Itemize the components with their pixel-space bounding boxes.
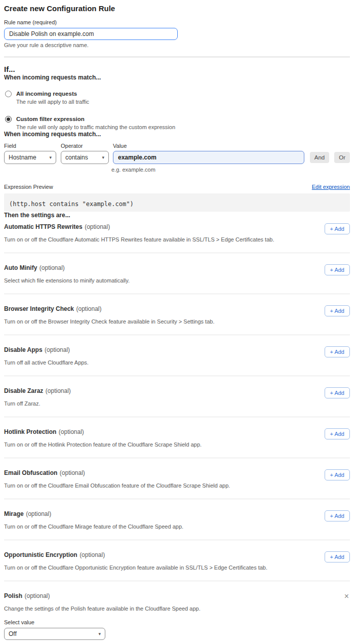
setting-description: Turn on or off the Hotlink Protection fe…	[4, 441, 202, 448]
setting-row: Email Obfuscation (optional) Turn on or …	[4, 458, 350, 499]
setting-text: Hotlink Protection (optional) Turn on or…	[4, 427, 202, 448]
setting-title: Polish	[4, 592, 22, 599]
setting-title: Automatic HTTPS Rewrites	[4, 223, 83, 230]
polish-select-value: Off	[9, 630, 17, 637]
add-button[interactable]: + Add	[325, 387, 350, 398]
setting-description: Select which file extensions to minify a…	[4, 277, 130, 284]
setting-text: Polish (optional) Change the settings of…	[4, 591, 201, 640]
operator-select-value: contains	[65, 154, 88, 161]
radio-unselected-icon[interactable]	[5, 91, 12, 97]
chevron-down-icon: ▾	[102, 155, 104, 160]
setting-title: Browser Integrity Check	[4, 305, 74, 312]
operator-select[interactable]: contains ▾	[61, 151, 109, 164]
add-button[interactable]: + Add	[325, 346, 350, 357]
setting-row: Auto Minify (optional) Select which file…	[4, 253, 350, 294]
setting-title: Disable Apps	[4, 346, 43, 353]
value-label: Value	[113, 143, 304, 149]
radio-selected-icon[interactable]	[5, 116, 12, 123]
radio-option-label: Custom filter expression	[16, 115, 175, 123]
radio-option-custom-filter-expression[interactable]: Custom filter expression The rule will o…	[4, 115, 350, 131]
add-button[interactable]: + Add	[325, 264, 350, 275]
setting-description: Turn on or off the Browser Integrity Che…	[4, 318, 214, 325]
setting-row: Disable Apps (optional) Turn off all act…	[4, 335, 350, 376]
close-icon[interactable]: ×	[343, 592, 350, 600]
value-help: e.g. example.com	[111, 167, 350, 173]
setting-text: Disable Zaraz (optional) Turn off Zaraz.	[4, 386, 71, 407]
add-button[interactable]: + Add	[325, 469, 350, 480]
setting-row-polish: Polish (optional) Change the settings of…	[4, 581, 350, 640]
chevron-down-icon: ▾	[98, 631, 101, 636]
rule-name-label: Rule name (required)	[4, 19, 350, 26]
add-button[interactable]: + Add	[325, 510, 350, 521]
setting-text: Auto Minify (optional) Select which file…	[4, 263, 130, 284]
radio-option-label: All incoming requests	[16, 90, 89, 97]
field-label: Field	[4, 143, 56, 149]
setting-row: Mirage (optional) Turn on or off the Clo…	[4, 499, 350, 540]
page-title: Create new Configuration Rule	[4, 4, 350, 13]
radio-option-description: The rule will apply to all traffic	[16, 98, 89, 105]
filter-builder-row: Field Hostname ▾ Operator contains ▾ Val…	[4, 143, 350, 164]
radio-option-text: All incoming requests The rule will appl…	[16, 90, 89, 105]
or-button[interactable]: Or	[334, 152, 350, 163]
setting-text: Opportunistic Encryption (optional) Turn…	[4, 550, 267, 571]
setting-row: Browser Integrity Check (optional) Turn …	[4, 294, 350, 335]
expression-preview-header: Expression Preview Edit expression	[4, 184, 350, 190]
setting-optional-tag: (optional)	[24, 592, 50, 599]
setting-description: Turn on or off the Cloudflare Automatic …	[4, 236, 274, 243]
expression-preview-box: (http.host contains "example.com")	[4, 193, 350, 212]
setting-optional-tag: (optional)	[60, 469, 85, 476]
polish-select-label: Select value	[4, 619, 201, 626]
operator-label: Operator	[61, 143, 109, 149]
setting-row: Hotlink Protection (optional) Turn on or…	[4, 417, 350, 458]
setting-text: Email Obfuscation (optional) Turn on or …	[4, 468, 230, 489]
settings-heading: Then the settings are...	[4, 212, 350, 219]
radio-option-description: The rule will only apply to traffic matc…	[16, 124, 175, 131]
setting-description: Turn off Zaraz.	[4, 400, 71, 407]
and-button[interactable]: And	[310, 152, 329, 163]
expression-preview-label: Expression Preview	[4, 184, 53, 190]
conjunction-buttons: And Or	[310, 143, 350, 163]
setting-row: Disable Zaraz (optional) Turn off Zaraz.…	[4, 376, 350, 417]
setting-text: Mirage (optional) Turn on or off the Clo…	[4, 509, 183, 530]
edit-expression-link[interactable]: Edit expression	[312, 184, 350, 190]
setting-optional-tag: (optional)	[45, 346, 70, 353]
if-subheading: When incoming requests match...	[4, 74, 350, 82]
rule-name-input[interactable]	[4, 28, 178, 40]
setting-description: Turn off all active Cloudflare Apps.	[4, 359, 89, 366]
settings-list: Automatic HTTPS Rewrites (optional) Turn…	[4, 219, 350, 581]
setting-title: Email Obfuscation	[4, 469, 57, 476]
setting-optional-tag: (optional)	[59, 428, 84, 435]
setting-description: Turn on or off the Cloudflare Email Obfu…	[4, 482, 230, 489]
add-button[interactable]: + Add	[325, 428, 350, 439]
rule-name-help: Give your rule a descriptive name.	[4, 42, 350, 49]
create-configuration-rule-form: Create new Configuration Rule Rule name …	[0, 0, 357, 644]
setting-title: Hotlink Protection	[4, 428, 56, 435]
if-heading: If...	[4, 65, 350, 74]
filter-builder-heading: When incoming requests match...	[4, 131, 350, 138]
add-button[interactable]: + Add	[325, 223, 350, 234]
setting-title: Mirage	[4, 510, 24, 517]
add-button[interactable]: + Add	[325, 305, 350, 316]
expression-code: (http.host contains "example.com")	[9, 200, 134, 208]
setting-optional-tag: (optional)	[85, 223, 110, 230]
section-divider	[4, 57, 350, 57]
chevron-down-icon: ▾	[49, 155, 52, 160]
setting-description: Change the settings of the Polish featur…	[4, 605, 201, 612]
setting-text: Browser Integrity Check (optional) Turn …	[4, 304, 214, 325]
setting-text: Disable Apps (optional) Turn off all act…	[4, 345, 89, 366]
radio-option-text: Custom filter expression The rule will o…	[16, 115, 175, 131]
polish-value-select[interactable]: Off ▾	[4, 628, 105, 640]
setting-row: Automatic HTTPS Rewrites (optional) Turn…	[4, 219, 350, 253]
setting-title: Opportunistic Encryption	[4, 551, 77, 558]
setting-text: Automatic HTTPS Rewrites (optional) Turn…	[4, 222, 274, 243]
field-select[interactable]: Hostname ▾	[4, 151, 56, 164]
add-button[interactable]: + Add	[325, 551, 350, 562]
setting-description: Turn on or off the Cloudflare Opportunis…	[4, 564, 267, 571]
setting-optional-tag: (optional)	[39, 264, 65, 271]
setting-optional-tag: (optional)	[76, 305, 102, 312]
setting-title: Disable Zaraz	[4, 387, 43, 394]
field-select-value: Hostname	[9, 154, 36, 161]
value-input[interactable]	[113, 151, 304, 164]
setting-row: Opportunistic Encryption (optional) Turn…	[4, 540, 350, 581]
radio-option-all-incoming-requests[interactable]: All incoming requests The rule will appl…	[4, 90, 350, 105]
